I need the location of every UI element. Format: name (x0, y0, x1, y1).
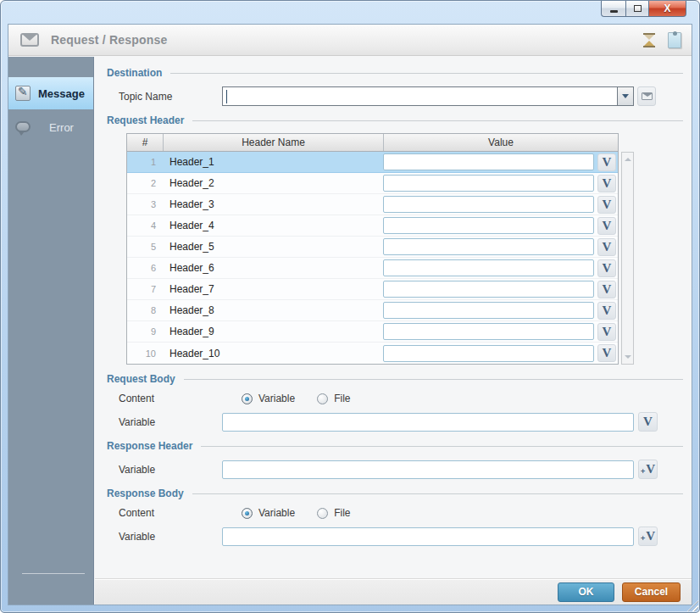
table-body: 1 Header_1 V 2 Header_2 V 3 Header_3 V 4… (127, 152, 618, 364)
topic-name-combobox (222, 86, 634, 106)
row-number: 7 (127, 284, 163, 294)
header-value-input[interactable] (383, 345, 594, 362)
header-value-input[interactable] (383, 175, 594, 192)
radio-icon (317, 508, 328, 519)
maximize-button[interactable] (625, 1, 648, 17)
close-button[interactable]: X (648, 1, 686, 17)
section-title-response-body: Response Body (107, 488, 683, 499)
minimize-icon (610, 10, 618, 13)
header-value-input[interactable] (383, 238, 594, 255)
table-row[interactable]: 5 Header_5 V (127, 237, 618, 258)
assign-variable-button[interactable]: V (597, 217, 616, 235)
header-name-cell[interactable]: Header_10 (163, 348, 383, 359)
header-value-input[interactable] (383, 302, 594, 319)
v-icon: V (603, 240, 612, 254)
edit-icon (15, 86, 31, 101)
radio-file[interactable]: File (317, 507, 350, 519)
table-row[interactable]: 8 Header_8 V (127, 300, 618, 321)
window-controls: X (601, 1, 686, 17)
v-icon: V (603, 261, 612, 276)
assign-variable-button[interactable]: V (597, 153, 616, 171)
table-row[interactable]: 9 Header_9 V (127, 321, 618, 343)
column-header-num[interactable]: # (127, 134, 163, 151)
header-value-input[interactable] (383, 196, 594, 213)
response-body-variable-input[interactable] (222, 527, 634, 546)
topic-browse-button[interactable] (637, 86, 656, 106)
v-icon: V (646, 462, 655, 476)
response-body-content-radios: Variable File (222, 507, 350, 519)
radio-label: Variable (258, 507, 295, 519)
note-icon[interactable] (668, 32, 681, 48)
header-name-cell[interactable]: Header_5 (163, 241, 383, 253)
assign-variable-button[interactable]: V (597, 344, 616, 362)
header-value-input[interactable] (383, 259, 594, 276)
radio-label: File (334, 393, 350, 404)
table-row[interactable]: 10 Header_10 V (127, 343, 618, 364)
table-row[interactable]: 7 Header_7 V (127, 279, 618, 300)
header-value-input[interactable] (383, 153, 594, 170)
assign-variable-button[interactable]: V (597, 175, 616, 192)
scroll-up-button[interactable] (622, 153, 633, 165)
minimize-button[interactable] (601, 1, 625, 17)
main-content: Destination Topic Name Request Header # … (95, 57, 692, 578)
header-name-cell[interactable]: Header_4 (163, 220, 383, 231)
chevron-down-icon (622, 94, 629, 98)
table-row[interactable]: 4 Header_4 V (127, 215, 618, 237)
table-row[interactable]: 6 Header_6 V (127, 258, 618, 279)
assign-variable-button[interactable]: V (597, 238, 616, 256)
assign-variable-button[interactable]: V (597, 323, 616, 341)
cancel-button[interactable]: Cancel (622, 582, 681, 602)
header-name-cell[interactable]: Header_1 (163, 156, 383, 168)
row-number: 10 (127, 348, 163, 359)
page-title: Request / Response (51, 33, 167, 47)
sidebar-item-label: Message (38, 87, 93, 100)
header-value-input[interactable] (383, 281, 594, 298)
request-body-variable-input[interactable] (222, 413, 634, 432)
header-name-cell[interactable]: Header_3 (163, 198, 383, 210)
section-title-request-body: Request Body (107, 373, 683, 385)
radio-file[interactable]: File (317, 393, 350, 404)
insert-variable-button[interactable]: +V (638, 527, 658, 546)
sidebar-item-error[interactable]: Error (8, 114, 93, 141)
close-icon: X (664, 3, 670, 14)
row-number: 3 (127, 199, 163, 209)
header-name-cell[interactable]: Header_9 (163, 326, 383, 337)
content-label: Content (119, 393, 222, 404)
header-name-cell[interactable]: Header_8 (163, 304, 383, 316)
sidebar-divider (22, 573, 85, 574)
assign-variable-button[interactable]: V (597, 259, 616, 277)
assign-variable-button[interactable]: V (597, 302, 616, 320)
v-icon: V (603, 325, 612, 339)
assign-variable-button[interactable]: V (597, 196, 616, 214)
text-caret (226, 90, 227, 103)
v-icon: V (603, 155, 612, 170)
radio-variable[interactable]: Variable (242, 393, 295, 404)
assign-variable-button[interactable]: V (597, 281, 616, 298)
header-name-cell[interactable]: Header_2 (163, 177, 383, 189)
envelope-icon (642, 92, 653, 100)
table-scrollbar[interactable] (621, 152, 634, 365)
header-name-cell[interactable]: Header_6 (163, 262, 383, 274)
table-row[interactable]: 2 Header_2 V (127, 173, 618, 194)
column-header-value[interactable]: Value (383, 134, 618, 151)
header-name-cell[interactable]: Header_7 (163, 283, 383, 295)
ok-button[interactable]: OK (558, 582, 614, 602)
column-header-name[interactable]: Header Name (163, 134, 383, 151)
sidebar-item-message[interactable]: Message (8, 77, 93, 109)
header-value-input[interactable] (383, 217, 594, 234)
hourglass-icon[interactable] (644, 33, 654, 47)
response-header-variable-input[interactable] (222, 460, 634, 479)
scroll-down-button[interactable] (622, 351, 633, 363)
topic-dropdown-button[interactable] (617, 87, 633, 105)
content-label: Content (119, 507, 222, 519)
assign-variable-button[interactable]: V (638, 412, 658, 432)
topic-name-input[interactable] (223, 87, 617, 105)
table-row[interactable]: 3 Header_3 V (127, 194, 618, 215)
chevron-up-icon (625, 158, 631, 161)
radio-variable[interactable]: Variable (242, 507, 295, 519)
insert-variable-button[interactable]: +V (638, 460, 658, 479)
v-icon: V (603, 198, 612, 212)
dialog-body: Request / Response Message Error Destina… (8, 24, 692, 605)
table-row[interactable]: 1 Header_1 V (127, 152, 618, 173)
header-value-input[interactable] (383, 323, 594, 340)
